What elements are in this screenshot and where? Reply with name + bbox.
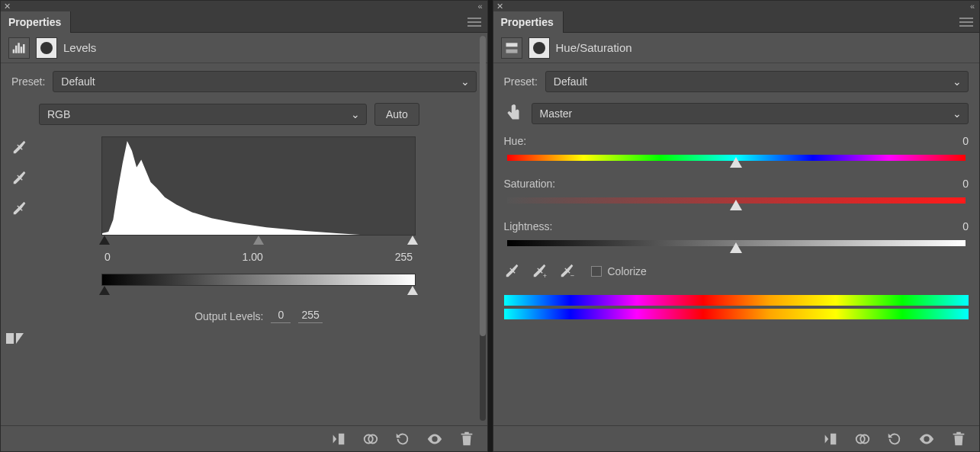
chevron-down-icon: ⌄ — [461, 75, 470, 88]
hue-spectrum-bottom — [504, 309, 969, 319]
levels-properties-panel: ✕ « Properties Levels Preset: Default ⌄ … — [0, 0, 488, 452]
range-dropdown[interactable]: Master ⌄ — [532, 103, 969, 124]
lightness-slider-handle[interactable] — [730, 242, 742, 253]
view-previous-icon[interactable] — [362, 431, 379, 447]
svg-rect-3 — [506, 49, 517, 53]
tab-bar: Properties — [1, 11, 487, 33]
output-label: Output Levels: — [194, 310, 263, 322]
targeted-adjustment-icon[interactable] — [504, 104, 524, 123]
hue-spectrum-top — [504, 295, 969, 306]
lightness-value[interactable]: 0 — [938, 220, 969, 232]
input-white-value[interactable]: 255 — [395, 251, 413, 263]
output-gradient — [101, 274, 416, 286]
panel-menu-icon[interactable] — [468, 18, 481, 27]
white-point-eyedropper-icon[interactable] — [11, 200, 28, 217]
layer-mask-icon[interactable] — [36, 37, 57, 59]
gamma-input-slider[interactable] — [253, 236, 264, 245]
reset-icon[interactable] — [886, 431, 903, 447]
clip-to-layer-icon[interactable] — [822, 431, 839, 447]
view-previous-icon[interactable] — [854, 431, 871, 447]
saturation-value[interactable]: 0 — [938, 178, 969, 190]
hue-slider-handle[interactable] — [730, 157, 742, 168]
clip-warning-icon[interactable] — [5, 330, 25, 345]
chevron-down-icon: ⌄ — [953, 75, 962, 88]
close-icon[interactable]: ✕ — [4, 2, 11, 11]
lightness-slider-track[interactable] — [507, 240, 966, 246]
input-gamma-value[interactable]: 1.00 — [243, 251, 263, 263]
input-black-value[interactable]: 0 — [104, 251, 111, 263]
tab-bar: Properties — [493, 11, 980, 33]
eyedropper-plus-icon[interactable]: + — [532, 263, 548, 280]
lightness-label: Lightness: — [504, 220, 553, 232]
input-slider-track — [101, 236, 416, 246]
preset-value: Default — [554, 75, 587, 88]
input-values-row: 0 1.00 255 — [104, 251, 413, 263]
preset-label: Preset: — [504, 75, 538, 88]
levels-body: Preset: Default ⌄ RGB ⌄ Auto — [1, 63, 487, 425]
clip-to-layer-icon[interactable] — [330, 431, 347, 447]
white-input-slider[interactable] — [407, 236, 418, 245]
hue-label: Hue: — [504, 135, 527, 147]
trash-icon[interactable] — [458, 431, 475, 447]
hue-value[interactable]: 0 — [938, 135, 969, 147]
channel-dropdown[interactable]: RGB ⌄ — [39, 104, 367, 125]
black-point-eyedropper-icon[interactable] — [11, 139, 28, 156]
histogram — [101, 136, 416, 236]
saturation-label: Saturation: — [504, 178, 556, 190]
collapse-arrows-icon[interactable]: « — [477, 2, 482, 11]
layer-mask-icon[interactable] — [529, 37, 550, 59]
preset-dropdown[interactable]: Default ⌄ — [53, 71, 476, 92]
visibility-eye-icon[interactable] — [918, 431, 935, 447]
white-output-slider[interactable] — [407, 286, 418, 295]
chevron-down-icon: ⌄ — [953, 107, 962, 120]
panel-titlebar: ✕ « — [1, 1, 487, 11]
range-value: Master — [540, 107, 573, 120]
black-input-slider[interactable] — [99, 236, 110, 245]
saturation-slider-track[interactable] — [507, 197, 966, 204]
preset-dropdown[interactable]: Default ⌄ — [545, 71, 969, 92]
reset-icon[interactable] — [394, 431, 411, 447]
gray-point-eyedropper-icon[interactable] — [11, 170, 28, 187]
adjustment-header: Levels — [1, 33, 487, 63]
output-white-value[interactable]: 255 — [298, 309, 322, 323]
adjustment-title: Levels — [63, 41, 96, 54]
huesat-icon — [501, 37, 522, 59]
hue-slider-track[interactable] — [507, 155, 966, 161]
visibility-eye-icon[interactable] — [426, 431, 443, 447]
preset-value: Default — [61, 75, 95, 88]
eyedropper-minus-icon[interactable]: − — [559, 263, 576, 280]
svg-text:+: + — [542, 272, 546, 280]
svg-rect-2 — [506, 43, 517, 46]
svg-text:−: − — [570, 272, 574, 280]
huesat-properties-panel: ✕ « Properties Hue/Saturation Preset: De… — [493, 0, 981, 452]
saturation-slider-handle[interactable] — [730, 200, 742, 210]
colorize-checkbox[interactable] — [591, 266, 602, 277]
preset-label: Preset: — [11, 75, 45, 88]
output-black-value[interactable]: 0 — [271, 309, 291, 323]
output-slider-track — [101, 286, 416, 297]
eyedropper-column — [11, 136, 28, 323]
adjustment-header: Hue/Saturation — [493, 33, 980, 63]
trash-icon[interactable] — [950, 431, 967, 447]
auto-button[interactable]: Auto — [374, 103, 419, 126]
colorize-label: Colorize — [608, 265, 647, 277]
tab-properties[interactable]: Properties — [493, 11, 564, 33]
black-output-slider[interactable] — [99, 286, 110, 295]
tab-properties[interactable]: Properties — [1, 11, 71, 33]
adjustment-title: Hue/Saturation — [556, 41, 632, 54]
panel-menu-icon[interactable] — [959, 18, 973, 27]
panel-titlebar: ✕ « — [493, 1, 980, 11]
panel-footer — [1, 425, 487, 451]
huesat-body: Preset: Default ⌄ Master ⌄ Hue: 0 Satura… — [493, 63, 980, 425]
collapse-arrows-icon[interactable]: « — [970, 2, 975, 11]
eyedropper-icon[interactable] — [504, 263, 521, 280]
levels-icon — [8, 37, 30, 59]
close-icon[interactable]: ✕ — [496, 2, 503, 11]
panel-footer — [493, 425, 980, 451]
scrollbar[interactable] — [480, 36, 486, 421]
channel-value: RGB — [47, 108, 70, 120]
hs-eyedropper-row: + − — [504, 263, 576, 280]
chevron-down-icon: ⌄ — [351, 108, 360, 120]
